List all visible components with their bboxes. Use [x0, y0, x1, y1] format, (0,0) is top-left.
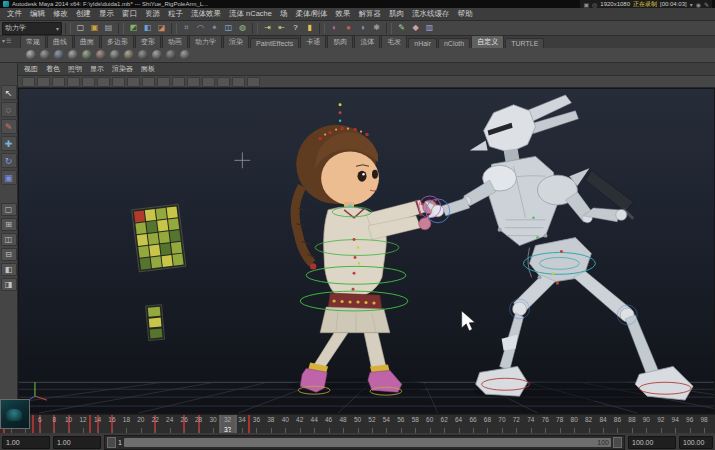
recorder-camera-icon[interactable]: ◉ [696, 1, 701, 8]
shelf-item-1-icon[interactable] [26, 50, 36, 60]
snap-plane-icon[interactable]: ◫ [222, 22, 235, 34]
bookmarks-icon[interactable] [67, 77, 80, 87]
shelf-item-6-icon[interactable] [96, 50, 106, 60]
girl-sash[interactable] [328, 293, 382, 309]
animation-start-field[interactable]: 1.00 [53, 436, 101, 449]
shelf-menu-icon[interactable]: ☰ [6, 37, 11, 44]
shelf-tab[interactable]: 卡通 [300, 35, 326, 48]
separator[interactable] [118, 23, 124, 34]
layout-two-pane-side-button[interactable]: ◫ [1, 233, 17, 246]
shelf-tab[interactable]: 毛发 [381, 35, 407, 48]
recorder-thumbnail[interactable] [0, 399, 30, 429]
shelf-item-5-icon[interactable] [82, 50, 92, 60]
gate-mask-icon[interactable] [172, 77, 185, 87]
scale-tool[interactable]: ▣ [1, 170, 17, 185]
girl-character[interactable] [295, 125, 437, 393]
menu-item[interactable]: 场 [276, 9, 292, 19]
layout-single-pane-button[interactable]: ▢ [1, 203, 17, 216]
animation-end-field[interactable]: 100.00 [628, 436, 676, 449]
shelf-tab[interactable]: 渲染 [223, 35, 249, 48]
shelf-tab[interactable]: 自定义 [471, 35, 504, 48]
save-scene-icon[interactable]: ▤ [102, 22, 115, 34]
robot-hand-right[interactable] [616, 209, 627, 220]
shelf-tab[interactable]: 动力学 [189, 35, 222, 48]
panel-menu-item[interactable]: 照明 [68, 64, 82, 74]
title-bar[interactable]: Autodesk Maya 2014 x64: F:\ylds\duida1.m… [0, 0, 715, 8]
image-plane-icon[interactable] [82, 77, 95, 87]
playback-end-field[interactable]: 100.00 [679, 436, 713, 449]
field-chart-icon[interactable] [187, 77, 200, 87]
grease-pencil-icon[interactable] [112, 77, 125, 87]
render-view-icon[interactable]: ◐ [328, 22, 341, 34]
robot-boot-left[interactable] [476, 366, 528, 396]
shelf-tab[interactable]: 变形 [135, 35, 161, 48]
make-live-icon[interactable]: ◍ [236, 22, 249, 34]
isolate-select-icon[interactable] [232, 77, 245, 87]
select-hierarchy-icon[interactable]: ◩ [127, 22, 140, 34]
menu-item[interactable]: 文件 [3, 9, 26, 19]
shelf-item-8-icon[interactable] [124, 50, 134, 60]
layout-four-pane-button[interactable]: ⊞ [1, 218, 17, 231]
menu-item[interactable]: 编辑 [26, 9, 49, 19]
attribute-editor-icon[interactable]: ▥ [423, 22, 436, 34]
menu-item[interactable]: 效果 [332, 9, 355, 19]
shelf-tab[interactable]: 肌肉 [327, 35, 353, 48]
xray-icon[interactable] [247, 77, 260, 87]
recorder-pencil-icon[interactable]: ✎ [704, 1, 709, 8]
layout-two-pane-stacked-button[interactable]: ⊟ [1, 248, 17, 261]
girl-braid[interactable] [295, 186, 312, 263]
input-connections-icon[interactable]: ⇥ [261, 22, 274, 34]
menu-item[interactable]: 显示 [95, 9, 118, 19]
time-slider[interactable]: 3224681012141618202224262830323436384042… [0, 414, 715, 433]
safe-title-icon[interactable] [217, 77, 230, 87]
shelf-tab[interactable]: TURTLE [505, 38, 544, 48]
range-slider[interactable]: 1 100 [104, 435, 625, 450]
select-object-icon[interactable]: ◧ [141, 22, 154, 34]
paint-effects-icon[interactable]: ✎ [395, 22, 408, 34]
range-start-handle[interactable] [107, 437, 116, 448]
menu-item[interactable]: 肌肉 [385, 9, 408, 19]
shelf-tab[interactable]: 动画 [162, 35, 188, 48]
menu-item[interactable]: 窗口 [118, 9, 141, 19]
shelf-tab[interactable]: 常规 [20, 35, 46, 48]
grid-toggle-icon[interactable] [127, 77, 140, 87]
shelf-item-11-icon[interactable] [166, 50, 176, 60]
robot-character[interactable] [425, 95, 693, 400]
recorder-dropdown-icon[interactable]: ▾ [690, 1, 693, 8]
ipr-render-icon[interactable]: ◑ [356, 22, 369, 34]
paint-select-tool[interactable]: ✎ [1, 119, 17, 134]
2d-pan-zoom-icon[interactable] [97, 77, 110, 87]
panel-menu-item[interactable]: 面板 [141, 64, 155, 74]
resolution-gate-icon[interactable] [157, 77, 170, 87]
output-connections-icon[interactable]: ⇤ [275, 22, 288, 34]
robot-blade[interactable] [585, 170, 633, 212]
shelf-tab[interactable]: 曲线 [47, 35, 73, 48]
select-tool[interactable]: ↖ [1, 85, 17, 100]
shelf-item-9-icon[interactable] [138, 50, 148, 60]
menu-item[interactable]: 粒子 [164, 9, 187, 19]
menu-item[interactable]: 帮助 [454, 9, 477, 19]
character-picker-panel[interactable] [132, 204, 186, 272]
menu-set-dropdown[interactable]: 动力学 ▾ [2, 22, 62, 35]
shelf-tab[interactable]: 曲面 [74, 35, 100, 48]
girl-leg-back[interactable] [314, 333, 348, 369]
shelf-item-4-icon[interactable] [68, 50, 78, 60]
girl-face[interactable] [321, 151, 379, 205]
separator[interactable] [252, 23, 258, 34]
select-component-icon[interactable]: ◪ [155, 22, 168, 34]
menu-item[interactable]: 解算器 [355, 9, 386, 19]
lock-icon[interactable]: ▮ [303, 22, 316, 34]
separator[interactable] [171, 23, 177, 34]
panel-menu-item[interactable]: 视图 [24, 64, 38, 74]
hypershade-icon[interactable]: ◆ [409, 22, 422, 34]
select-camera-icon[interactable] [22, 77, 35, 87]
safe-action-icon[interactable] [202, 77, 215, 87]
film-gate-icon[interactable] [142, 77, 155, 87]
menu-item[interactable]: 修改 [49, 9, 72, 19]
camera-attributes-icon[interactable] [52, 77, 65, 87]
shelf-item-10-icon[interactable] [152, 50, 162, 60]
viewport[interactable] [18, 88, 715, 414]
shelf-tab[interactable]: 流体 [354, 35, 380, 48]
scene-svg[interactable] [19, 89, 714, 413]
shelf-tab[interactable]: PaintEffects [250, 38, 299, 48]
